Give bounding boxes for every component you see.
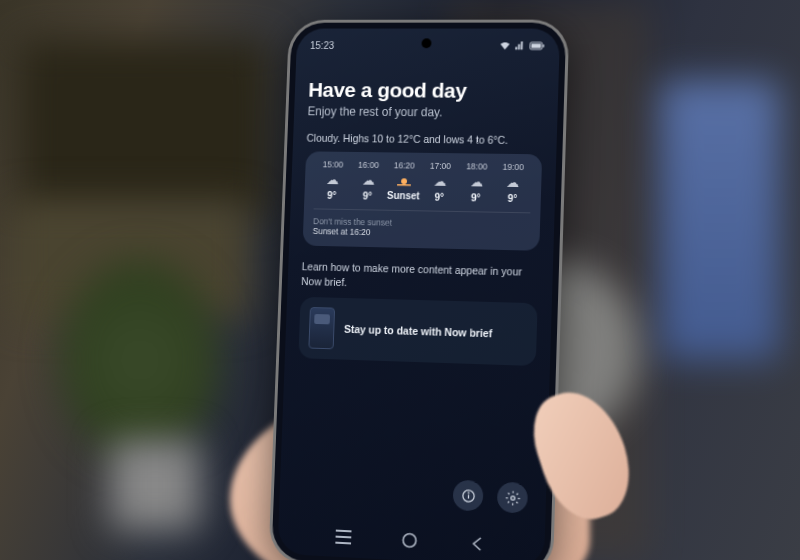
- now-brief-title: Stay up to date with Now brief: [344, 322, 493, 341]
- hour-column: 19:00☁9°: [494, 162, 532, 205]
- cloud-icon: ☁: [361, 174, 374, 187]
- cloud-icon: ☁: [326, 173, 339, 186]
- hour-time: 15:00: [322, 159, 343, 169]
- main-content: Have a good day Enjoy the rest of your d…: [298, 51, 545, 367]
- svg-rect-10: [336, 536, 352, 539]
- cloud-icon: ☁: [470, 175, 483, 188]
- background-shelf: [20, 40, 270, 220]
- nav-back-button[interactable]: [466, 533, 487, 554]
- svg-point-3: [401, 178, 407, 184]
- hour-temp: 9°: [507, 193, 517, 204]
- weather-card[interactable]: 15:00☁9°16:00☁9°16:20Sunset17:00☁9°18:00…: [303, 151, 543, 250]
- nav-home-button[interactable]: [399, 530, 420, 551]
- hour-time: 16:20: [394, 160, 415, 170]
- wifi-icon: [499, 41, 510, 50]
- signal-icon: [514, 41, 525, 50]
- hour-time: 18:00: [466, 161, 487, 171]
- hour-column: 16:20Sunset: [385, 160, 422, 202]
- svg-point-7: [468, 492, 469, 493]
- svg-rect-11: [336, 542, 352, 545]
- hour-temp: 9°: [471, 192, 481, 203]
- navigation-bar: [278, 524, 545, 558]
- background-plant: [60, 260, 220, 460]
- now-brief-card[interactable]: Stay up to date with Now brief: [298, 297, 537, 366]
- forecast-summary: Cloudy. Highs 10 to 12°C and lows 4 to 6…: [306, 132, 542, 147]
- greeting-heading: Have a good day: [308, 78, 544, 103]
- svg-rect-2: [543, 45, 544, 48]
- background-pot: [110, 440, 200, 530]
- greeting-subtitle: Enjoy the rest of your day.: [307, 104, 543, 120]
- cloud-icon: ☁: [433, 175, 446, 188]
- svg-point-8: [510, 496, 514, 500]
- battery-icon: [529, 41, 545, 50]
- settings-button[interactable]: [497, 482, 528, 514]
- status-time: 15:23: [310, 40, 334, 51]
- status-right-cluster: [499, 41, 545, 50]
- svg-rect-1: [531, 44, 541, 48]
- learn-text: Learn how to make more content appear in…: [301, 259, 539, 294]
- hour-time: 17:00: [430, 161, 451, 171]
- hour-time: 19:00: [503, 162, 525, 172]
- svg-rect-4: [397, 184, 411, 186]
- bottom-action-icons: [453, 480, 529, 514]
- now-brief-thumbnail: [308, 307, 335, 349]
- cloud-icon: ☁: [506, 176, 519, 189]
- phone-device: 15:23 Have a good day Enjoy the rest of …: [271, 23, 566, 560]
- hour-time: 16:00: [358, 160, 379, 170]
- nav-recents-button[interactable]: [334, 526, 354, 547]
- hour-temp: 9°: [327, 190, 337, 201]
- svg-point-12: [403, 533, 416, 547]
- phone-screen[interactable]: 15:23 Have a good day Enjoy the rest of …: [277, 29, 560, 560]
- hour-temp: 9°: [363, 191, 373, 202]
- info-button[interactable]: [453, 480, 484, 512]
- sunset-icon: [397, 174, 411, 186]
- sunset-note: Don't miss the sunset Sunset at 16:20: [313, 208, 531, 240]
- background-light-panel: [660, 80, 780, 360]
- svg-rect-9: [336, 530, 352, 533]
- hour-column: 16:00☁9°: [349, 160, 386, 202]
- hour-column: 18:00☁9°: [457, 161, 495, 203]
- hour-temp: 9°: [434, 192, 444, 203]
- hour-column: 17:00☁9°: [421, 161, 459, 203]
- hour-temp: Sunset: [387, 190, 420, 201]
- hourly-forecast-row: 15:00☁9°16:00☁9°16:20Sunset17:00☁9°18:00…: [314, 159, 532, 204]
- hour-column: 15:00☁9°: [314, 159, 351, 201]
